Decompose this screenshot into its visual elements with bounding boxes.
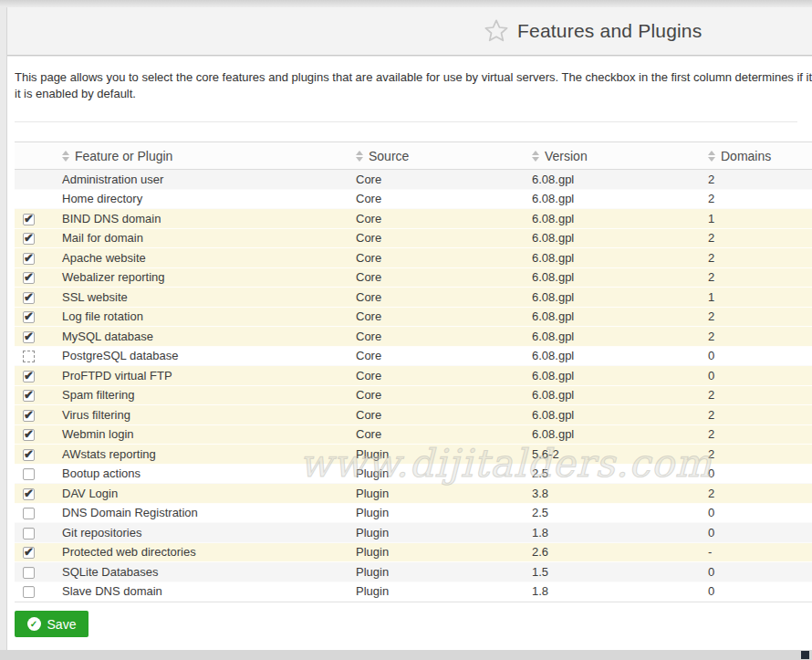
- feature-checkbox[interactable]: [23, 567, 35, 579]
- table-row: DAV LoginPlugin3.82: [15, 484, 812, 504]
- feature-name: PostgreSQL database: [55, 349, 349, 362]
- source-value: Plugin: [349, 487, 525, 500]
- domains-count: 2: [701, 192, 812, 205]
- page-title: Features and Plugins: [517, 20, 702, 42]
- page-header: Features and Plugins: [7, 7, 812, 56]
- version-value: 6.08.gpl: [525, 290, 701, 304]
- sort-icon[interactable]: [356, 151, 363, 162]
- table-row: Webalizer reportingCore6.08.gpl2: [15, 268, 812, 288]
- features-and-plugins-page: Features and Plugins This page allows yo…: [0, 0, 812, 660]
- version-value: 1.8: [525, 526, 701, 540]
- window-bottom-edge: [0, 650, 812, 660]
- feature-checkbox[interactable]: [23, 449, 35, 461]
- feature-name: Mail for domain: [55, 231, 349, 245]
- domains-count: 2: [701, 251, 812, 265]
- version-value: 2.5: [525, 466, 701, 480]
- checkbox-cell: [15, 270, 55, 284]
- version-value: 6.08.gpl: [525, 427, 701, 441]
- source-value: Core: [349, 270, 525, 284]
- feature-checkbox[interactable]: [23, 331, 35, 343]
- feature-checkbox[interactable]: [23, 410, 35, 422]
- version-value: 2.5: [525, 506, 701, 519]
- domains-count: 2: [701, 270, 812, 284]
- feature-checkbox[interactable]: [23, 292, 35, 304]
- version-value: 1.8: [525, 584, 701, 598]
- source-value: Plugin: [349, 526, 525, 540]
- version-value: 5.6-2: [525, 447, 701, 461]
- sort-icon[interactable]: [62, 151, 69, 162]
- column-header-source[interactable]: Source: [349, 149, 525, 163]
- feature-checkbox[interactable]: [23, 214, 35, 225]
- feature-name: DAV Login: [55, 487, 349, 500]
- description-line-2: it is enabled by default.: [15, 86, 812, 102]
- save-button[interactable]: ✓ Save: [15, 611, 88, 637]
- page-content: This page allows you to select the core …: [7, 57, 812, 650]
- corner-mark: [801, 651, 809, 659]
- title-group: Features and Plugins: [484, 18, 702, 44]
- version-value: 1.5: [525, 565, 701, 579]
- feature-name: Log file rotation: [55, 309, 349, 323]
- feature-checkbox[interactable]: [23, 351, 35, 362]
- table-row: Apache websiteCore6.08.gpl2: [15, 248, 812, 268]
- domains-count: 2: [701, 408, 812, 422]
- feature-checkbox[interactable]: [23, 468, 35, 480]
- table-row: Slave DNS domainPlugin1.80: [15, 582, 812, 602]
- version-value: 3.8: [525, 487, 701, 500]
- table-row: SQLite DatabasesPlugin1.50: [15, 562, 812, 582]
- table-row: Git repositoriesPlugin1.80: [15, 523, 812, 543]
- feature-checkbox[interactable]: [23, 429, 35, 441]
- source-value: Core: [349, 369, 525, 382]
- domains-count: 0: [701, 565, 812, 579]
- version-value: 6.08.gpl: [525, 349, 701, 362]
- column-label: Feature or Plugin: [75, 149, 172, 163]
- table-row: Spam filteringCore6.08.gpl2: [15, 386, 812, 406]
- version-value: 2.6: [525, 545, 701, 559]
- column-header-domains[interactable]: Domains: [701, 149, 812, 163]
- source-value: Core: [349, 212, 525, 225]
- checkbox-cell: [15, 427, 55, 441]
- feature-checkbox[interactable]: [23, 586, 35, 598]
- feature-checkbox[interactable]: [23, 547, 35, 559]
- table-row: Mail for domainCore6.08.gpl2: [15, 229, 812, 249]
- sort-icon[interactable]: [708, 151, 715, 162]
- domains-count: -: [701, 545, 812, 559]
- feature-checkbox[interactable]: [23, 528, 35, 540]
- feature-name: Webmin login: [55, 427, 349, 441]
- window-top-edge: [0, 0, 812, 7]
- column-label: Source: [369, 149, 409, 163]
- checkbox-cell: [15, 309, 55, 323]
- feature-name: Administration user: [55, 173, 349, 186]
- feature-name: Apache website: [55, 251, 349, 265]
- checkbox-cell: [15, 466, 55, 480]
- feature-name: Protected web directories: [55, 545, 349, 559]
- column-header-feature[interactable]: Feature or Plugin: [55, 149, 349, 163]
- column-header-version[interactable]: Version: [525, 149, 701, 163]
- column-label: Domains: [721, 149, 771, 163]
- version-value: 6.08.gpl: [525, 212, 701, 225]
- feature-checkbox[interactable]: [23, 233, 35, 245]
- domains-count: 2: [701, 231, 812, 245]
- description-line-1: This page allows you to select the core …: [15, 69, 812, 86]
- feature-checkbox[interactable]: [23, 272, 35, 284]
- checkbox-cell: [15, 388, 55, 402]
- source-value: Plugin: [349, 545, 525, 559]
- table-row: Home directoryCore6.08.gpl2: [15, 190, 812, 210]
- table-row: Administration userCore6.08.gpl2: [15, 170, 812, 190]
- table-row: BIND DNS domainCore6.08.gpl1: [15, 209, 812, 229]
- feature-checkbox[interactable]: [23, 508, 35, 519]
- feature-checkbox[interactable]: [23, 390, 35, 402]
- feature-checkbox[interactable]: [23, 371, 35, 382]
- checkbox-cell: [15, 584, 55, 598]
- checkbox-cell: [15, 545, 55, 559]
- version-value: 6.08.gpl: [525, 388, 701, 402]
- checkbox-cell: [15, 506, 55, 519]
- feature-checkbox[interactable]: [23, 488, 35, 500]
- feature-checkbox[interactable]: [23, 311, 35, 323]
- checkbox-cell: [15, 565, 55, 579]
- version-value: 6.08.gpl: [525, 251, 701, 265]
- source-value: Plugin: [349, 584, 525, 598]
- domains-count: 0: [701, 526, 812, 540]
- sort-icon[interactable]: [532, 151, 539, 162]
- feature-checkbox[interactable]: [23, 253, 35, 265]
- domains-count: 0: [701, 466, 812, 480]
